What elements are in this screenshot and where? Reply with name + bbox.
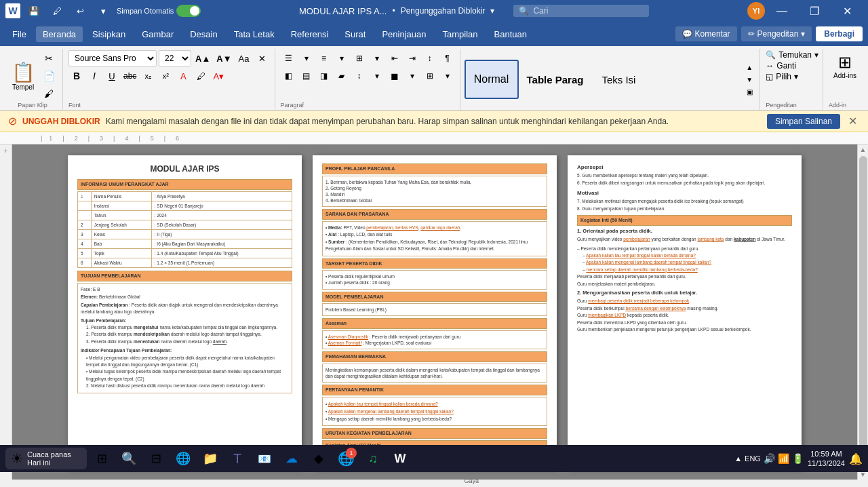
undo-dropdown-icon[interactable]: ▾ xyxy=(94,1,113,20)
multilevel-list-button[interactable]: ⊞ xyxy=(351,50,368,66)
menu-sisipkan[interactable]: Sisipkan xyxy=(85,26,132,42)
komentar-button[interactable]: 💬 Komentar xyxy=(675,26,737,41)
notification-area[interactable]: ☀ Cuaca panas Hari ini xyxy=(5,448,87,469)
explorer-icon[interactable]: 📁 xyxy=(198,446,222,471)
subscript-button[interactable]: x₂ xyxy=(140,68,156,84)
menu-bantuan[interactable]: Bantuan xyxy=(488,26,534,42)
microsoft-edge-icon[interactable]: 🌐 xyxy=(171,446,195,471)
system-time[interactable]: 10:59 AM 11/13/2024 xyxy=(808,449,845,469)
minimize-button[interactable]: — xyxy=(766,0,797,22)
onedrive-icon[interactable]: ☁ xyxy=(279,446,304,471)
sort-button[interactable]: ↕ xyxy=(422,50,438,66)
teams-icon[interactable]: T xyxy=(225,446,250,471)
copy-button[interactable]: 📄 xyxy=(41,68,57,84)
increase-indent-button[interactable]: ⇥ xyxy=(404,50,420,66)
clear-format-button[interactable]: ✕ xyxy=(254,50,271,66)
save-icon[interactable]: 💾 xyxy=(24,1,43,20)
line-spacing-dropdown-icon[interactable]: ▾ xyxy=(369,68,385,84)
decrease-indent-button[interactable]: ⇤ xyxy=(387,50,403,66)
bullet-list-button[interactable]: ☰ xyxy=(281,50,297,66)
numbered-list-button[interactable]: ≡ xyxy=(316,50,332,66)
multilevel-dropdown-icon[interactable]: ▾ xyxy=(369,50,385,66)
change-case-button[interactable]: Aa xyxy=(236,50,252,66)
replace-button[interactable]: ↔ Ganti xyxy=(766,61,818,71)
line-spacing-button[interactable]: ↕ xyxy=(351,68,368,84)
undo-icon[interactable]: ↩ xyxy=(71,1,90,20)
menu-peninjauan[interactable]: Peninjauan xyxy=(375,26,433,42)
subtitle-dropdown-icon[interactable]: ▾ xyxy=(490,6,494,16)
spotify-icon[interactable]: ♫ xyxy=(361,446,385,471)
font-size-select[interactable]: 22 xyxy=(159,50,191,66)
borders-dropdown-icon[interactable]: ▾ xyxy=(439,68,456,84)
bold-button[interactable]: B xyxy=(68,68,85,84)
quick-access-icon[interactable]: 🖊 xyxy=(47,1,66,20)
menu-beranda[interactable]: Beranda xyxy=(36,26,83,42)
word-taskbar-icon[interactable]: W xyxy=(388,446,412,471)
menu-desain[interactable]: Desain xyxy=(183,26,224,42)
cut-button[interactable]: ✂ xyxy=(41,50,57,66)
search-taskbar-button[interactable]: 🔍 xyxy=(117,446,141,471)
menu-tata-letak[interactable]: Tata Letak xyxy=(227,26,281,42)
text-color-button[interactable]: A xyxy=(175,68,191,84)
menu-tampilan[interactable]: Tampilan xyxy=(435,26,484,42)
gallery-expand-icon[interactable]: ▣ xyxy=(743,85,755,98)
style-teks-isi[interactable]: Teks Isi xyxy=(591,60,646,99)
underline-button[interactable]: U xyxy=(104,68,120,84)
menu-referensi[interactable]: Referensi xyxy=(284,26,336,42)
tujuan-content: Fase: E B Elemen: Berkebhinaan Global Ca… xyxy=(77,283,292,393)
justify-button[interactable]: ▰ xyxy=(334,68,350,84)
font-section: Source Sans Pro 22 A▲ A▼ Aa ✕ B I U abc … xyxy=(64,49,275,110)
align-right-button[interactable]: ◨ xyxy=(316,68,332,84)
paste-button[interactable]: 📋 Tempel xyxy=(8,59,38,93)
warning-close-icon[interactable]: ✕ xyxy=(846,115,860,128)
superscript-button[interactable]: x² xyxy=(157,68,174,84)
show-paragraph-button[interactable]: ¶ xyxy=(439,50,456,66)
restore-button[interactable]: ❐ xyxy=(799,0,830,22)
align-left-button[interactable]: ◧ xyxy=(281,68,297,84)
taskview-button[interactable]: ⊟ xyxy=(144,446,168,471)
decrease-font-button[interactable]: A▼ xyxy=(214,50,233,66)
menu-gambar[interactable]: Gambar xyxy=(135,26,180,42)
start-button[interactable]: ⊞ xyxy=(90,446,114,471)
numbered-dropdown-icon[interactable]: ▾ xyxy=(334,50,350,66)
strikethrough-button[interactable]: abc xyxy=(121,68,138,84)
table-row: 6 Alokasi Waktu : 1.2 × 35 menit (1 Pert… xyxy=(78,258,292,268)
search-input[interactable] xyxy=(533,6,628,16)
save-copy-button[interactable]: Simpan Salinan xyxy=(767,114,840,129)
select-button[interactable]: ◱ Pilih ▾ xyxy=(766,72,818,81)
notification-center-icon[interactable]: 🔔 xyxy=(849,452,863,465)
shading-dropdown-icon[interactable]: ▾ xyxy=(404,68,420,84)
add-ins-button[interactable]: ⊞ Add-ins xyxy=(829,50,861,81)
font-family-select[interactable]: Source Sans Pro xyxy=(68,50,157,66)
scroll-thumb[interactable] xyxy=(859,156,867,468)
gallery-down-icon[interactable]: ▼ xyxy=(743,73,755,85)
borders-button[interactable]: ⊞ xyxy=(422,68,438,84)
autosave-toggle[interactable] xyxy=(176,5,201,17)
font-color-button[interactable]: A▾ xyxy=(210,68,226,84)
style-normal[interactable]: Normal xyxy=(465,60,519,99)
pengeditan-button[interactable]: ✏ Pengeditan ▾ xyxy=(741,26,812,41)
dropbox-icon[interactable]: ◆ xyxy=(307,446,331,471)
bullet-dropdown-icon[interactable]: ▾ xyxy=(298,50,315,66)
network-icon[interactable]: 📶 xyxy=(778,453,789,464)
volume-icon[interactable]: 🔊 xyxy=(764,453,775,464)
style-table-parag[interactable]: Table Parag xyxy=(519,60,592,99)
shading-button[interactable]: ◼ xyxy=(387,68,403,84)
scrollbar-right[interactable]: ▲ ▼ xyxy=(857,144,868,480)
menu-file[interactable]: File xyxy=(5,26,33,42)
find-button[interactable]: 🔍 Temukan ▾ xyxy=(766,50,818,60)
gallery-up-icon[interactable]: ▲ xyxy=(743,61,755,73)
battery-icon[interactable]: 🔋 xyxy=(792,453,804,464)
close-button[interactable]: ✕ xyxy=(831,0,863,22)
increase-font-button[interactable]: A▲ xyxy=(193,50,212,66)
lang-indicator[interactable]: ENG xyxy=(745,454,761,463)
berbagi-button[interactable]: Berbagi xyxy=(816,26,863,41)
outlook-icon[interactable]: 📧 xyxy=(252,446,277,471)
format-painter-button[interactable]: 🖌 xyxy=(41,85,57,102)
italic-button[interactable]: I xyxy=(86,68,102,84)
align-center-button[interactable]: ▤ xyxy=(298,68,315,84)
scroll-up-icon[interactable]: ▲ xyxy=(859,144,868,155)
menu-surat[interactable]: Surat xyxy=(338,26,372,42)
show-hidden-icon[interactable]: ▲ xyxy=(734,454,742,463)
highlight-button[interactable]: 🖊 xyxy=(193,68,209,84)
